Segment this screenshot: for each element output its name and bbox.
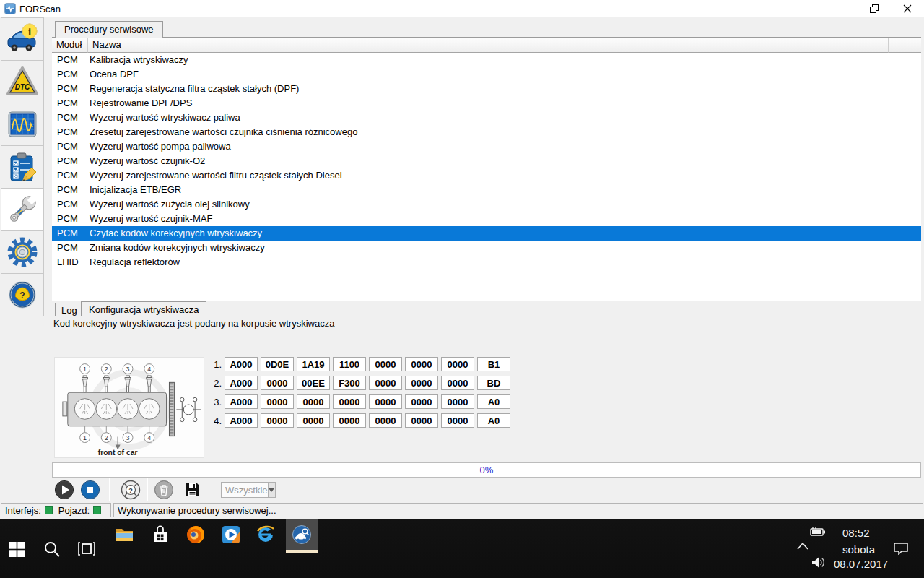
gear-icon [5,235,40,269]
internet-explorer-icon [256,525,276,545]
sidebar-item-service[interactable] [1,188,44,231]
instruction-text: Kod korekcyjny wtryskiwacza jest podany … [53,318,334,329]
taskbar-internet-explorer[interactable] [256,525,276,545]
search-icon [43,540,61,558]
tray-chevron-icon[interactable] [797,543,808,550]
action-center-icon[interactable] [894,543,908,555]
status-connection-cell: Interfejs: Pojazd: [1,503,111,517]
injector-code-input[interactable] [405,394,438,409]
table-row[interactable]: LHIDRegulacja reflektorów [52,255,921,269]
table-row[interactable]: PCMRejestrowanie DPF/DPS [52,96,921,111]
injector-code-input[interactable] [225,394,258,409]
injector-code-input[interactable] [441,413,474,428]
taskbar-firefox[interactable] [186,525,206,545]
injector-code-input[interactable] [405,357,438,371]
taskbar-store[interactable] [150,525,170,545]
task-view-button[interactable] [77,541,96,557]
battery-icon[interactable] [810,526,826,538]
injector-code-input[interactable] [369,394,402,409]
forscan-taskbar-icon [292,525,312,545]
run-button[interactable] [54,480,74,500]
start-button[interactable] [9,542,25,557]
dropdown-arrow-icon[interactable] [268,483,276,497]
table-row[interactable]: PCMWyzeruj wartość pompa paliwowa [52,139,921,154]
table-row[interactable]: PCMKalibracja wtryskiwaczy [52,53,921,67]
injector-code-input[interactable] [405,413,438,428]
tray-day[interactable]: sobota [842,543,875,556]
sidebar-item-tests[interactable] [1,145,44,189]
taskbar-media-player[interactable] [221,525,241,545]
table-row-selected[interactable]: PCMCzytać kodów korekcyjnych wtryskiwacz… [52,226,921,241]
injector-code-input[interactable] [333,413,366,428]
tab-injector-configuration[interactable]: Konfiguracja wtryskiwacza [81,301,206,316]
injector-code-input[interactable] [261,376,294,390]
sidebar-item-configuration[interactable] [1,230,44,274]
table-row[interactable]: PCMZresetuj zarejestrowane wartości czuj… [52,125,921,139]
svg-text:?: ? [128,487,133,494]
filter-dropdown[interactable]: Wszystkie [221,482,276,498]
column-header-name[interactable]: Nazwa [88,38,889,53]
injector-code-input[interactable] [477,376,510,390]
clock-time[interactable]: 08:52 [842,527,870,539]
speaker-icon[interactable] [811,556,826,569]
table-row[interactable]: PCMZmiana kodów korekcyjnych wtryskiwacz… [52,241,921,255]
table-row[interactable]: PCMWyzeruj wartość wtryskiwacz paliwa [52,111,921,125]
injector-code-input[interactable] [225,413,258,428]
injector-code-input[interactable] [333,357,366,371]
delete-button[interactable] [154,480,174,500]
svg-text:1: 1 [83,366,87,373]
injector-code-input[interactable] [477,394,510,409]
column-header-module[interactable]: Moduł [52,38,88,53]
injector-code-input[interactable] [441,394,474,409]
sidebar-item-dtc[interactable]: DTC [1,60,44,103]
injector-code-input[interactable] [225,376,258,390]
table-row[interactable]: PCMWyzeruj wartość czujnik-MAF [52,212,921,226]
table-row[interactable]: PCMWyzeruj wartość czujnik-O2 [52,154,921,168]
tests-clipboard-icon [5,150,40,184]
play-icon [54,480,74,500]
injector-code-input[interactable] [297,394,330,409]
table-row[interactable]: PCMWyzeruj zarejestrowane wartości filtr… [52,168,921,183]
tray-date[interactable]: 08.07.2017 [834,558,888,570]
injector-code-input[interactable] [297,413,330,428]
injector-code-input[interactable] [333,394,366,409]
injector-code-input[interactable] [261,357,294,371]
injector-code-input[interactable] [405,376,438,390]
tab-log[interactable]: Log [55,303,84,316]
injector-code-input[interactable] [477,357,510,371]
windows-store-icon [150,525,170,545]
injector-code-input[interactable] [441,357,474,371]
sidebar-item-help[interactable]: ? [1,273,44,316]
injector-code-input[interactable] [225,357,258,371]
save-button[interactable] [182,480,202,500]
injector-code-input[interactable] [333,376,366,390]
table-row[interactable]: PCMOcena DPF [52,67,921,82]
injector-code-input[interactable] [369,413,402,428]
sidebar-item-vehicle-info[interactable]: i [1,17,44,61]
table-row[interactable]: PCMInicjalizacja ETB/EGR [52,183,921,197]
table-row[interactable]: PCMRegeneracja statyczna filtra cząstek … [52,82,921,96]
injector-code-input[interactable] [297,357,330,371]
tab-service-procedures[interactable]: Procedury serwisowe [55,21,163,38]
injector-code-input[interactable] [477,413,510,428]
taskbar-file-explorer[interactable] [114,525,134,545]
table-header: Moduł Nazwa [52,38,921,53]
injector-code-input[interactable] [261,413,294,428]
injector-code-input[interactable] [441,376,474,390]
window-title: FORScan [19,4,61,14]
injector-code-input[interactable] [261,394,294,409]
help-button[interactable]: ? [121,480,141,500]
search-button[interactable] [43,540,61,558]
minimize-button[interactable] [824,0,858,17]
injector-code-input[interactable] [369,376,402,390]
table-row[interactable]: PCMWyzeruj wartość zużycia olej silnikow… [52,197,921,212]
close-button[interactable] [891,0,924,17]
restore-button[interactable] [858,0,891,17]
interface-status-indicator [45,506,53,514]
stop-button[interactable] [80,480,100,500]
injector-code-input[interactable] [297,376,330,390]
wrench-icon [5,192,40,227]
injector-code-input[interactable] [369,357,402,371]
sidebar-item-oscilloscope[interactable] [1,103,44,146]
taskbar-forscan[interactable] [292,525,312,545]
